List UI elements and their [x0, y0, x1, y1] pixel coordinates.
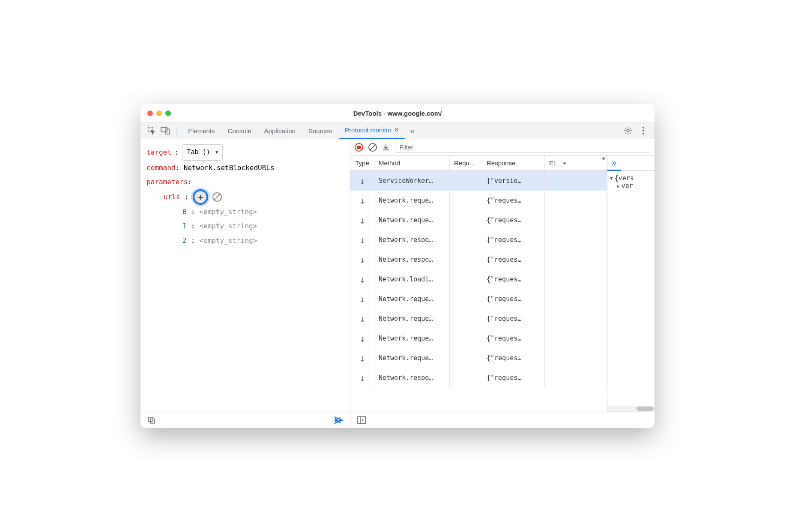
- svg-point-4: [643, 127, 644, 129]
- close-tab-icon[interactable]: ×: [394, 126, 399, 134]
- column-indicator-icon: [602, 157, 605, 160]
- target-select[interactable]: Tab (): [182, 144, 222, 161]
- table-row[interactable]: ↓Network.reque…{"reques…: [350, 289, 607, 309]
- table-row[interactable]: ↓ServiceWorker…{"versio…: [350, 171, 607, 191]
- cell-elapsed: [545, 230, 607, 250]
- arrow-down-icon: ↓: [359, 235, 365, 245]
- arrow-down-icon: ↓: [359, 195, 365, 206]
- column-type[interactable]: Type: [350, 155, 374, 170]
- svg-point-3: [627, 129, 629, 132]
- table-row[interactable]: ↓Network.reque…{"reques…: [350, 329, 607, 348]
- column-elapsed[interactable]: El…: [545, 155, 607, 170]
- minimize-window-button[interactable]: [156, 111, 162, 116]
- table-row[interactable]: ↓Network.reque…{"reques…: [350, 309, 607, 329]
- more-options-icon[interactable]: [637, 125, 649, 137]
- tab-elements[interactable]: Elements: [182, 122, 221, 139]
- clear-urls-button[interactable]: [212, 192, 222, 202]
- target-label: target: [146, 145, 171, 160]
- array-value[interactable]: <empty_string>: [199, 205, 257, 219]
- table-row[interactable]: ↓Network.reque…{"reques…: [350, 210, 607, 230]
- tab-application[interactable]: Application: [258, 122, 302, 139]
- table-row[interactable]: ↓Network.loadi…{"reques…: [350, 269, 607, 289]
- cell-method: Network.respo…: [374, 250, 450, 269]
- cell-response: {"reques…: [482, 191, 545, 210]
- send-command-icon[interactable]: [333, 414, 345, 426]
- sidebar-more-tabs[interactable]: »: [607, 155, 621, 171]
- maximize-window-button[interactable]: [165, 111, 171, 116]
- table-row[interactable]: ↓Network.respo…{"reques…: [350, 230, 607, 250]
- copy-icon[interactable]: [146, 414, 158, 426]
- arrow-down-icon: ↓: [359, 176, 365, 186]
- cell-response: {"reques…: [482, 230, 545, 250]
- cell-request: [450, 230, 482, 250]
- cell-response: {"reques…: [482, 329, 545, 348]
- device-toolbar-icon[interactable]: [159, 125, 171, 137]
- more-tabs-button[interactable]: »: [406, 126, 419, 136]
- record-button[interactable]: [355, 143, 363, 152]
- table-row[interactable]: ↓Network.respo…{"reques…: [350, 250, 607, 269]
- command-value: Network.setBlockedURLs: [184, 164, 275, 172]
- download-icon[interactable]: [382, 143, 390, 151]
- cell-method: Network.respo…: [374, 230, 450, 250]
- column-response[interactable]: Response: [482, 155, 545, 170]
- parameters-label: parameters: [146, 178, 188, 186]
- svg-rect-2: [166, 129, 169, 134]
- clear-log-button[interactable]: [368, 143, 377, 152]
- toggle-sidebar-icon[interactable]: [356, 414, 368, 426]
- cell-method: Network.respo…: [374, 368, 450, 388]
- close-window-button[interactable]: [147, 111, 153, 116]
- table-row[interactable]: ↓Network.reque…{"reques…: [350, 191, 607, 210]
- table-row[interactable]: ↓Network.respo…{"reques…: [350, 368, 607, 388]
- cell-request: [450, 269, 482, 289]
- tab-sources[interactable]: Sources: [302, 122, 338, 139]
- cell-method: Network.reque…: [374, 309, 450, 329]
- expand-icon[interactable]: ▶: [617, 183, 620, 189]
- array-value[interactable]: <empty_string>: [199, 219, 257, 233]
- cell-method: Network.reque…: [374, 329, 450, 348]
- tab-console[interactable]: Console: [222, 122, 257, 139]
- cell-response: {"reques…: [482, 210, 545, 230]
- window-title: DevTools - www.google.com/: [140, 110, 655, 117]
- command-label: command: [146, 164, 175, 172]
- cell-request: [450, 329, 482, 348]
- tab-label: Application: [264, 127, 296, 134]
- filter-input[interactable]: [395, 142, 650, 153]
- settings-icon[interactable]: [622, 125, 634, 137]
- svg-point-6: [643, 133, 644, 134]
- column-request[interactable]: Requ…: [450, 155, 482, 170]
- svg-rect-1: [161, 128, 167, 132]
- tree-child[interactable]: ▶ ver: [610, 182, 652, 190]
- expand-icon[interactable]: ▼: [610, 176, 613, 181]
- inspect-element-icon[interactable]: [146, 125, 158, 137]
- tab-protocol-monitor[interactable]: Protocol monitor ×: [339, 122, 405, 139]
- cell-request: [450, 309, 482, 329]
- cell-response: {"reques…: [482, 250, 545, 269]
- table-row[interactable]: ↓Network.reque…{"reques…: [350, 348, 607, 368]
- add-url-button[interactable]: +: [193, 189, 208, 205]
- cell-method: Network.reque…: [374, 210, 450, 230]
- array-index: 0: [182, 205, 187, 219]
- cell-request: [450, 289, 482, 309]
- arrow-down-icon: ↓: [359, 274, 365, 285]
- cell-elapsed: [545, 289, 607, 309]
- tab-label: Sources: [308, 127, 332, 134]
- cell-elapsed: [545, 348, 607, 368]
- tab-label: Console: [228, 127, 251, 134]
- arrow-down-icon: ↓: [359, 373, 365, 383]
- arrow-down-icon: ↓: [359, 333, 365, 344]
- arrow-down-icon: ↓: [359, 254, 365, 265]
- array-value[interactable]: <empty_string>: [199, 233, 257, 248]
- cell-response: {"reques…: [482, 269, 545, 289]
- cell-elapsed: [545, 329, 607, 348]
- cell-elapsed: [545, 269, 607, 289]
- array-index: 1: [182, 219, 187, 233]
- cell-request: [450, 250, 482, 269]
- cell-response: {"reques…: [482, 368, 545, 388]
- column-method[interactable]: Method: [374, 155, 450, 170]
- cell-request: [450, 348, 482, 368]
- cell-request: [450, 191, 482, 210]
- horizontal-scrollbar[interactable]: [607, 406, 655, 412]
- cell-response: {"versio…: [482, 171, 545, 191]
- tree-root[interactable]: ▼ {vers: [610, 174, 652, 182]
- svg-rect-8: [150, 419, 155, 423]
